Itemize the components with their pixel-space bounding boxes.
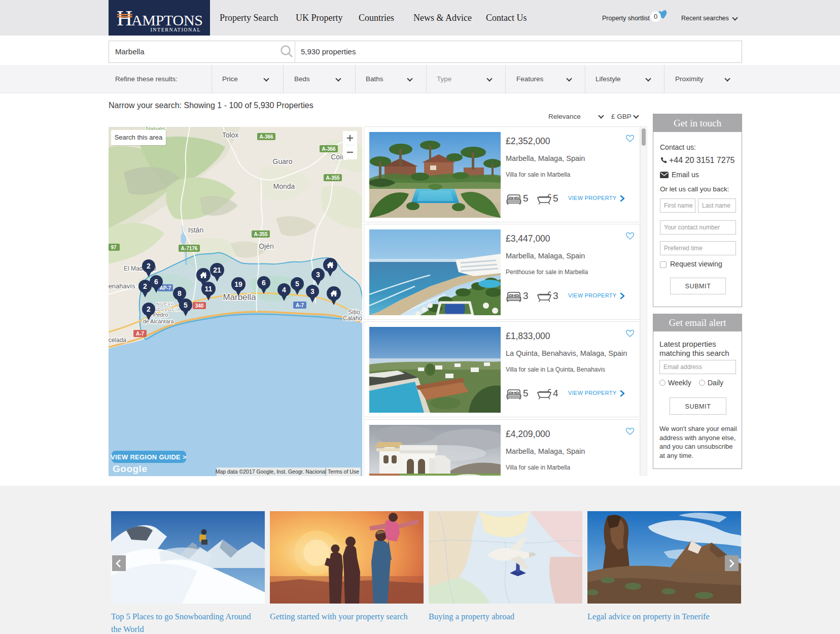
svg-text:97: 97	[111, 245, 117, 250]
svg-text:Guaro: Guaro	[273, 157, 293, 165]
svg-text:A-355: A-355	[326, 175, 340, 181]
svg-text:Terms of Use: Terms of Use	[328, 469, 359, 475]
svg-text:5: 5	[295, 280, 299, 288]
svg-text:Marbella: Marbella	[223, 292, 256, 302]
svg-text:Monda: Monda	[273, 182, 295, 190]
svg-text:A-355: A-355	[254, 231, 268, 237]
svg-text:8: 8	[178, 289, 182, 297]
svg-text:AMPTONS: AMPTONS	[131, 12, 203, 28]
svg-text:Search this area: Search this area	[115, 134, 163, 141]
svg-text:enahavís: enahavís	[109, 282, 135, 290]
svg-text:5: 5	[184, 301, 188, 309]
svg-text:VIEW REGION GUIDE >: VIEW REGION GUIDE >	[111, 453, 187, 461]
svg-text:3: 3	[310, 287, 314, 295]
svg-text:Map data ©2017 Google, Inst. G: Map data ©2017 Google, Inst. Geogr. Naci…	[216, 469, 326, 475]
svg-text:6: 6	[154, 278, 158, 286]
svg-text:de Alcántara: de Alcántara	[143, 318, 174, 324]
svg-text:340: 340	[195, 303, 204, 309]
svg-text:A-366: A-366	[259, 134, 273, 140]
svg-text:6: 6	[262, 279, 266, 287]
svg-text:Google: Google	[113, 463, 147, 474]
svg-text:2: 2	[143, 282, 147, 290]
svg-text:19: 19	[234, 280, 242, 288]
svg-text:21: 21	[213, 266, 221, 274]
svg-text:11: 11	[205, 285, 213, 293]
svg-text:A-7: A-7	[296, 303, 304, 308]
svg-text:Calahor: Calahor	[343, 315, 362, 322]
svg-text:A-366: A-366	[322, 146, 336, 152]
svg-text:A-7: A-7	[136, 331, 145, 337]
svg-text:NUEVA: NUEVA	[156, 302, 174, 307]
svg-text:A-7176: A-7176	[181, 246, 198, 251]
svg-text:INTERNATIONAL: INTERNATIONAL	[151, 27, 201, 32]
svg-text:Ojén: Ojén	[259, 242, 274, 250]
svg-text:2: 2	[147, 262, 151, 270]
svg-text:H: H	[117, 6, 132, 30]
svg-text:ucelada: ucelada	[109, 337, 126, 344]
svg-text:3: 3	[316, 271, 320, 279]
svg-text:Istán: Istán	[188, 226, 203, 234]
svg-text:AP-7: AP-7	[160, 285, 171, 291]
svg-text:2: 2	[147, 305, 151, 313]
svg-text:Tolox: Tolox	[222, 131, 239, 139]
svg-text:4: 4	[282, 286, 286, 294]
